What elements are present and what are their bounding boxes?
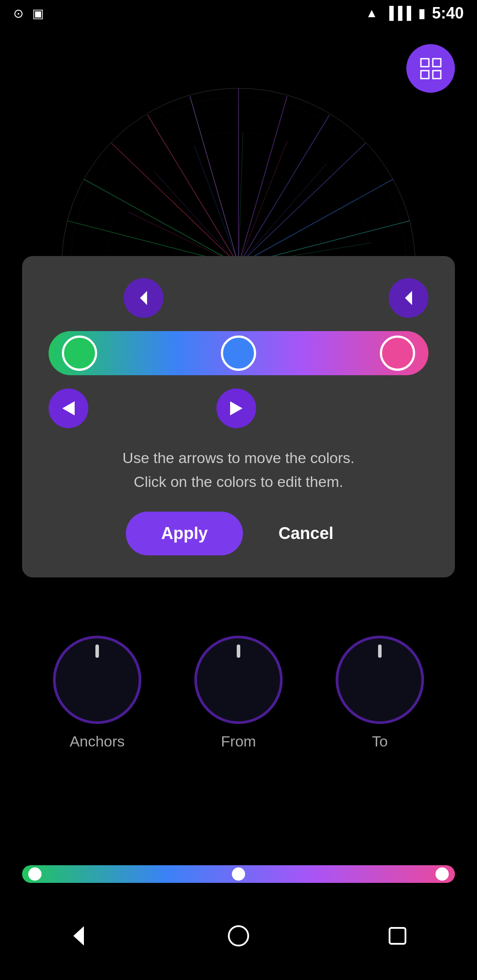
from-label: From [221,733,256,750]
instruction-line-1: Use the arrows to move the colors. [49,446,428,470]
camera-icon: ⊙ [13,6,23,21]
move-right-button[interactable] [216,388,256,428]
action-buttons: Apply Cancel [49,512,428,555]
color-slider-section[interactable] [49,331,428,375]
status-left-icons: ⊙ ▣ [13,6,44,21]
to-label: To [372,733,388,750]
anchors-knob[interactable] [53,636,141,724]
blue-thumb[interactable] [221,335,256,371]
pink-thumb[interactable] [380,335,415,371]
wifi-icon: ▲ [366,6,378,20]
home-button[interactable] [221,918,256,954]
svg-marker-50 [140,291,147,305]
svg-marker-54 [73,926,84,946]
status-bar: ⊙ ▣ ▲ ▐▐▐ ▮ 5:40 [0,0,477,26]
anchors-knob-container: Anchors [53,636,141,750]
bottom-gradient-bar[interactable] [22,865,455,883]
svg-rect-49 [433,71,441,79]
recents-button[interactable] [380,918,415,954]
bar-dot-mid [232,867,245,881]
move-arrows-row [49,388,428,428]
svg-rect-48 [421,71,429,79]
svg-marker-52 [62,401,75,415]
svg-rect-47 [433,59,441,67]
to-knob-container: To [336,636,424,750]
bottom-controls: Anchors From To [0,627,477,759]
instruction-line-2: Click on the colors to edit them. [49,470,428,494]
cancel-button[interactable]: Cancel [261,512,351,555]
from-knob-container: From [194,636,283,750]
bar-dot-start [28,867,42,881]
battery-icon: ▮ [418,6,425,21]
back-button[interactable] [62,918,97,954]
time-display: 5:40 [432,4,464,23]
svg-marker-53 [230,401,242,415]
svg-rect-56 [390,928,405,944]
anchors-label: Anchors [70,733,125,750]
to-knob[interactable] [336,636,424,724]
signal-icon: ▐▐▐ [385,6,411,20]
sim-icon: ▣ [32,6,44,21]
color-gradient-slider[interactable] [49,331,428,375]
svg-marker-51 [405,291,412,305]
apply-button[interactable]: Apply [126,512,243,555]
android-nav-bar [0,901,477,980]
svg-rect-46 [421,59,429,67]
svg-point-55 [229,926,248,946]
expand-button[interactable] [406,44,455,93]
prev-color-button-2[interactable] [389,278,428,318]
color-editor-modal: Use the arrows to move the colors. Click… [22,256,455,577]
instructions-text: Use the arrows to move the colors. Click… [49,446,428,494]
green-thumb[interactable] [62,335,97,371]
bar-dot-end [435,867,449,881]
move-left-button[interactable] [49,388,88,428]
status-right-info: ▲ ▐▐▐ ▮ 5:40 [366,4,464,23]
from-knob[interactable] [194,636,283,724]
prev-color-button[interactable] [124,278,163,318]
